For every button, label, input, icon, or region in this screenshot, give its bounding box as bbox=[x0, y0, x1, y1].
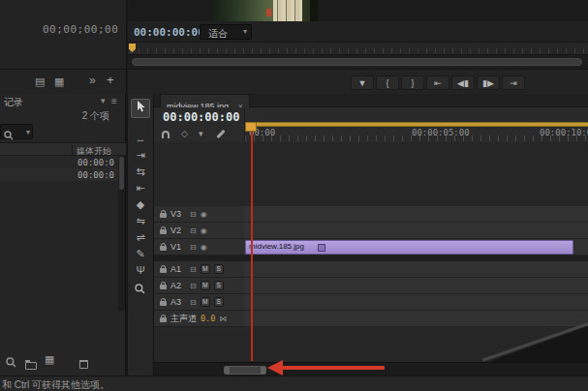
track-row-a1: A1 ⊟ M S bbox=[154, 261, 588, 278]
tools-panel: ↔ ⇥ ⇆ ⇤ ◆ ⇋ ⇌ ✎ Ψ bbox=[127, 94, 154, 376]
table-row[interactable]: 00:00:0 bbox=[0, 156, 118, 168]
slip-tool[interactable]: ⇋ bbox=[132, 214, 149, 228]
tracks-area: V3 ⊟ ◉ V2 ⊟ ◉ V1 ⊟ ◉ bbox=[154, 142, 588, 362]
track-lane[interactable] bbox=[244, 223, 588, 239]
lock-icon[interactable] bbox=[160, 210, 167, 218]
preview-bright-area bbox=[273, 0, 302, 21]
track-lane[interactable] bbox=[244, 294, 588, 311]
track-row-master: 主声道 0.0 ⋈ bbox=[154, 311, 588, 327]
selection-tool[interactable] bbox=[131, 99, 150, 118]
chevron-double-icon[interactable]: » bbox=[89, 75, 96, 86]
slide-tool[interactable]: ⇌ bbox=[132, 230, 149, 245]
track-output-icon[interactable]: ◉ bbox=[201, 210, 207, 219]
wrench-icon[interactable] bbox=[216, 130, 225, 138]
panel-menu-icon[interactable]: ≡ bbox=[111, 96, 117, 106]
fit-dropdown-label: 适合 bbox=[208, 27, 228, 41]
program-timecode[interactable]: 00:00:00:00 bbox=[134, 26, 204, 39]
track-display-style-icon[interactable]: ⊟ bbox=[190, 282, 197, 290]
solo-button[interactable]: S bbox=[214, 264, 224, 274]
lock-icon[interactable] bbox=[160, 298, 167, 306]
ripple-edit-tool[interactable]: ⇥ bbox=[132, 148, 149, 163]
lock-icon[interactable] bbox=[160, 265, 167, 273]
master-track-name: 主声道 bbox=[170, 313, 197, 325]
monitor-ruler[interactable] bbox=[128, 43, 588, 55]
list-header-row: 媒体开始 bbox=[0, 142, 126, 156]
trash-icon[interactable] bbox=[79, 360, 88, 369]
add-panel-icon[interactable]: + bbox=[107, 74, 114, 86]
track-select-tool[interactable]: ↔ bbox=[132, 132, 149, 146]
zoom-handle-left-grip[interactable] bbox=[225, 367, 230, 374]
timeline-ruler[interactable]: 00:00 00:00:05:00 00:00:10:00 bbox=[244, 107, 588, 142]
track-display-style-icon[interactable]: ⊟ bbox=[190, 243, 197, 252]
monitor-scrollbar[interactable] bbox=[128, 55, 588, 69]
search-input[interactable]: ▾ bbox=[0, 124, 33, 139]
lock-icon[interactable] bbox=[160, 282, 167, 289]
project-scrollbar[interactable] bbox=[118, 156, 125, 311]
timeline-zoom-handle[interactable] bbox=[224, 366, 266, 375]
razor-tool[interactable]: ◆ bbox=[132, 197, 149, 212]
find-icon[interactable] bbox=[6, 354, 16, 372]
project-tab-label[interactable]: 记录 bbox=[4, 96, 23, 109]
step-back-button[interactable]: ◀▮ bbox=[451, 75, 475, 90]
timeline-tab[interactable]: midview.185.jpg × bbox=[160, 94, 250, 107]
table-row[interactable]: 00:00:0 bbox=[0, 168, 118, 181]
track-lane[interactable] bbox=[244, 278, 588, 294]
mark-in-button[interactable]: { bbox=[376, 75, 399, 90]
master-level-value[interactable]: 0.0 bbox=[201, 314, 215, 323]
step-forward-button[interactable]: ▮▶ bbox=[477, 75, 500, 90]
lock-icon[interactable] bbox=[160, 226, 167, 234]
new-item-icon[interactable]: ▦ bbox=[45, 354, 54, 365]
panel-menu-caret-icon[interactable]: ▾ bbox=[101, 96, 106, 105]
add-marker-button[interactable]: ▼ bbox=[351, 75, 374, 90]
project-scrollbar-handle[interactable] bbox=[119, 157, 124, 190]
lock-icon[interactable] bbox=[160, 315, 167, 322]
mute-button[interactable]: M bbox=[201, 297, 210, 307]
solo-button[interactable]: S bbox=[214, 297, 224, 307]
panel-tab-b-icon[interactable]: ▦ bbox=[54, 76, 64, 87]
track-display-style-icon[interactable]: ⊟ bbox=[190, 210, 197, 219]
playhead-line[interactable] bbox=[251, 127, 253, 361]
program-monitor-bar: 00:00:00:00 适合 ▾ bbox=[128, 21, 588, 43]
panel-tab-a-icon[interactable]: ▤ bbox=[35, 76, 45, 87]
transport-bar: ▼ { } ⇤ ◀▮ ▮▶ ⇥ bbox=[128, 69, 588, 94]
timeline-timecode[interactable]: 00:00:00:00 bbox=[163, 110, 239, 124]
fit-dropdown[interactable]: 适合 ▾ bbox=[200, 24, 252, 40]
preview-red-sign bbox=[266, 9, 271, 16]
monitor-scrollbar-handle[interactable] bbox=[132, 58, 582, 66]
solo-button[interactable]: S bbox=[214, 281, 224, 290]
timeline-clip[interactable]: midview.185.jpg bbox=[245, 240, 573, 255]
snap-icon[interactable] bbox=[162, 131, 170, 138]
track-output-icon[interactable]: ◉ bbox=[201, 226, 207, 235]
caret-down-icon[interactable]: ▾ bbox=[199, 130, 203, 138]
playhead-marker[interactable] bbox=[245, 122, 257, 132]
lock-icon[interactable] bbox=[160, 243, 167, 251]
track-display-style-icon[interactable]: ⊟ bbox=[190, 226, 197, 235]
work-area-bar[interactable] bbox=[245, 122, 588, 127]
track-display-style-icon[interactable]: ⊟ bbox=[190, 298, 197, 307]
timeline-tabbar: midview.185.jpg × bbox=[154, 94, 588, 107]
track-name: V1 bbox=[170, 242, 186, 252]
zoom-handle-right-grip[interactable] bbox=[261, 367, 265, 374]
track-name: V2 bbox=[170, 226, 186, 235]
go-to-out-button[interactable]: ⇥ bbox=[502, 75, 525, 90]
mute-button[interactable]: M bbox=[201, 264, 210, 274]
pen-tool[interactable]: ✎ bbox=[132, 247, 149, 261]
mute-button[interactable]: M bbox=[201, 281, 210, 290]
track-header: 主声道 0.0 ⋈ bbox=[154, 311, 244, 327]
track-lane[interactable] bbox=[244, 261, 588, 278]
premiere-app: 00;00;00;00 ▤ ▦ » + 00:00:00:00 适合 ▾ ▼ { bbox=[0, 0, 588, 391]
track-lane[interactable] bbox=[244, 311, 588, 327]
track-display-style-icon[interactable]: ⊟ bbox=[190, 265, 197, 274]
master-meter-icon[interactable]: ⋈ bbox=[219, 315, 227, 323]
track-output-icon[interactable]: ◉ bbox=[201, 243, 207, 252]
hand-tool[interactable]: Ψ bbox=[132, 263, 149, 278]
track-lane[interactable] bbox=[244, 206, 588, 223]
rate-stretch-tool[interactable]: ⇤ bbox=[132, 181, 149, 196]
rolling-edit-tool[interactable]: ⇆ bbox=[132, 165, 149, 179]
new-bin-icon[interactable] bbox=[25, 362, 37, 370]
sequence-marker-icon[interactable]: ◇ bbox=[181, 130, 188, 138]
go-to-in-button[interactable]: ⇤ bbox=[426, 75, 449, 90]
ruler-ticks bbox=[245, 135, 588, 141]
zoom-tool[interactable] bbox=[135, 281, 145, 298]
mark-out-button[interactable]: } bbox=[401, 75, 424, 90]
